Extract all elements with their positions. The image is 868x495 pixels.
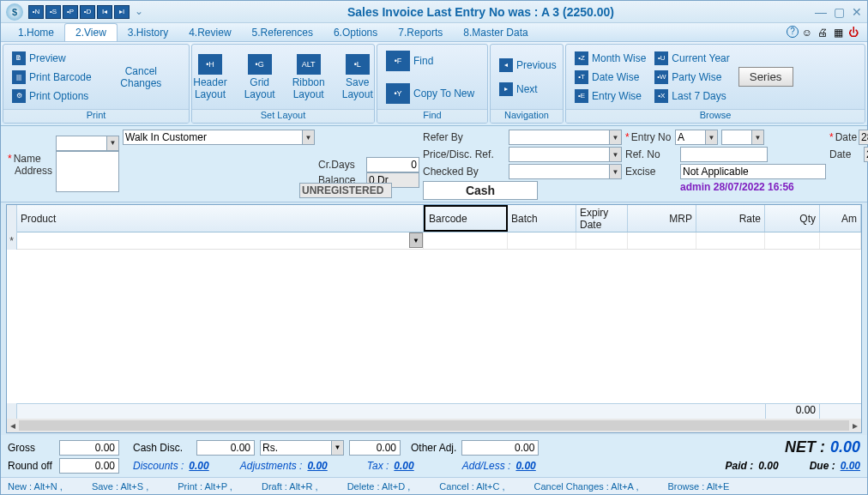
- date2-input[interactable]: [864, 147, 868, 162]
- tab-references[interactable]: 5.References: [242, 24, 323, 41]
- shortcut-delete[interactable]: Delete : Alt+D ,: [347, 481, 411, 492]
- crdays-input[interactable]: [366, 157, 419, 172]
- col-barcode[interactable]: Barcode: [424, 205, 508, 232]
- date2-label: Date: [829, 148, 860, 160]
- col-product[interactable]: Product: [17, 205, 424, 232]
- shortcut-cancel[interactable]: Cancel : Alt+C ,: [439, 481, 504, 492]
- next-button[interactable]: ▸Next: [496, 81, 560, 98]
- checkedby-input[interactable]: [509, 164, 610, 179]
- app-window: $ •N •S •P •D I◂ ▸I ⌄ Sales Invoice Last…: [0, 0, 868, 495]
- print-barcode-button[interactable]: |||Print Barcode: [9, 69, 95, 86]
- tax-label: Tax :: [367, 460, 389, 472]
- find-button[interactable]: •FFind: [383, 49, 478, 73]
- horizontal-scrollbar[interactable]: ◂ ▸: [7, 419, 861, 432]
- referby-dropdown-icon[interactable]: ▼: [610, 130, 622, 145]
- grid-layout-button[interactable]: •GGrid Layout: [239, 52, 280, 102]
- last7-button[interactable]: •XLast 7 Days: [651, 88, 732, 105]
- shortcut-browse[interactable]: Browse : Alt+E: [667, 481, 729, 492]
- entryno-series-dropdown-icon[interactable]: ▼: [706, 130, 718, 145]
- print-icon[interactable]: 🖨: [816, 26, 829, 39]
- checkedby-label: Checked By: [423, 166, 505, 178]
- tab-master-data[interactable]: 8.Master Data: [453, 24, 538, 41]
- tab-review[interactable]: 4.Review: [178, 24, 241, 41]
- name-code-dropdown-icon[interactable]: ▼: [107, 136, 119, 151]
- tab-options[interactable]: 6.Options: [323, 24, 388, 41]
- series-button[interactable]: Series: [738, 67, 793, 87]
- qat-customize-icon[interactable]: ⌄: [131, 5, 147, 19]
- cancel-changes-button[interactable]: Cancel Changes: [99, 63, 184, 91]
- tab-history[interactable]: 3.History: [118, 24, 178, 41]
- otheradj-input[interactable]: [461, 440, 539, 456]
- scroll-right-icon[interactable]: ▸: [849, 420, 861, 432]
- preview-icon: 🗎: [12, 51, 26, 65]
- minimize-icon[interactable]: —: [815, 5, 827, 19]
- entryno-num-input[interactable]: [721, 130, 752, 145]
- adjustments-link[interactable]: 0.00: [307, 460, 327, 472]
- tab-home[interactable]: 1.Home: [8, 24, 64, 41]
- paid-label: Paid :: [726, 460, 754, 472]
- shortcut-print[interactable]: Print : Alt+P ,: [178, 481, 232, 492]
- date1-input[interactable]: [859, 130, 868, 145]
- col-qty[interactable]: Qty: [765, 205, 820, 232]
- due-link[interactable]: 0.00: [841, 460, 860, 472]
- customer-input[interactable]: [123, 130, 303, 145]
- tab-view[interactable]: 2.View: [64, 23, 118, 41]
- tab-reports[interactable]: 7.Reports: [388, 24, 453, 41]
- save-layout-button[interactable]: •LSave Layout: [337, 52, 378, 102]
- address-input[interactable]: [56, 151, 119, 192]
- shortcut-cancel-changes[interactable]: Cancel Changes : Alt+A ,: [533, 481, 638, 492]
- close-icon[interactable]: ✕: [852, 5, 862, 19]
- currency-input[interactable]: [260, 440, 332, 456]
- shortcut-draft[interactable]: Draft : Alt+R ,: [262, 481, 318, 492]
- customer-dropdown-icon[interactable]: ▼: [303, 130, 315, 145]
- current-year-button[interactable]: •UCurrent Year: [651, 50, 732, 67]
- excise-input[interactable]: [680, 164, 826, 179]
- help-icon[interactable]: ?: [787, 26, 799, 38]
- qat-delete-icon[interactable]: •D: [80, 5, 95, 19]
- col-rate[interactable]: Rate: [696, 205, 765, 232]
- entryno-num-dropdown-icon[interactable]: ▼: [752, 130, 764, 145]
- currency-dropdown-icon[interactable]: ▼: [332, 440, 344, 456]
- discounts-link[interactable]: 0.00: [189, 460, 208, 472]
- pricedisc-dropdown-icon[interactable]: ▼: [610, 147, 622, 162]
- name-code-input[interactable]: [56, 136, 107, 151]
- col-am[interactable]: Am: [820, 205, 861, 232]
- date-wise-button[interactable]: •TDate Wise: [571, 69, 649, 86]
- qat-save-icon[interactable]: •S: [45, 5, 61, 19]
- col-mrp[interactable]: MRP: [628, 205, 696, 232]
- scroll-left-icon[interactable]: ◂: [7, 420, 19, 432]
- product-dropdown-icon[interactable]: ▼: [409, 232, 423, 248]
- addless-link[interactable]: 0.00: [515, 460, 535, 472]
- currency-val-input[interactable]: [349, 440, 401, 456]
- party-wise-button[interactable]: •WParty Wise: [651, 69, 732, 86]
- checkedby-dropdown-icon[interactable]: ▼: [610, 164, 622, 179]
- tax-link[interactable]: 0.00: [394, 460, 413, 472]
- adjustments-label: Adjustments :: [240, 460, 303, 472]
- cashdisc-input[interactable]: [196, 440, 255, 456]
- month-wise-button[interactable]: •ZMonth Wise: [571, 50, 649, 67]
- col-expiry[interactable]: Expiry Date: [576, 205, 628, 232]
- ribbon-layout-button[interactable]: ALTRibbon Layout: [287, 52, 330, 102]
- entryno-series-input[interactable]: [675, 130, 706, 145]
- entry-wise-button[interactable]: •EEntry Wise: [571, 88, 649, 105]
- pricedisc-input[interactable]: [509, 147, 610, 162]
- maximize-icon[interactable]: ▢: [834, 5, 845, 19]
- exit-icon[interactable]: ⏻: [847, 26, 860, 39]
- preview-button[interactable]: 🗎Preview: [9, 50, 95, 67]
- user-icon[interactable]: ☺: [800, 26, 814, 39]
- previous-button[interactable]: ◂Previous: [496, 57, 560, 74]
- qat-prev-icon[interactable]: I◂: [97, 5, 112, 19]
- refno-input[interactable]: [680, 147, 768, 162]
- calculator-icon[interactable]: ▦: [831, 26, 845, 39]
- qat-next-icon[interactable]: ▸I: [114, 5, 130, 19]
- col-batch[interactable]: Batch: [508, 205, 576, 232]
- qat-print-icon[interactable]: •P: [63, 5, 78, 19]
- shortcut-new[interactable]: New : Alt+N ,: [8, 481, 63, 492]
- table-row[interactable]: ▼: [17, 232, 861, 250]
- print-options-button[interactable]: ⚙Print Options: [9, 88, 95, 105]
- referby-input[interactable]: [509, 130, 610, 145]
- copy-to-new-button[interactable]: •YCopy To New: [383, 81, 478, 106]
- header-layout-button[interactable]: •HHeader Layout: [188, 52, 232, 102]
- qat-new-icon[interactable]: •N: [28, 5, 44, 19]
- shortcut-save[interactable]: Save : Alt+S ,: [92, 481, 148, 492]
